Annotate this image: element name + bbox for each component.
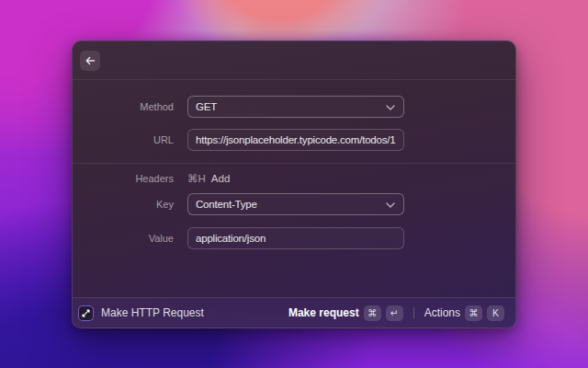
header-key-value: Content-Type bbox=[196, 199, 257, 210]
add-header-button[interactable]: ⌘H Add bbox=[187, 172, 230, 185]
actions-button[interactable]: Actions ⌘ K bbox=[423, 304, 506, 323]
http-request-app-icon bbox=[78, 305, 94, 321]
header-key-dropdown[interactable]: Content-Type bbox=[187, 193, 404, 215]
add-header-label: Add bbox=[211, 173, 230, 184]
chevron-down-icon bbox=[386, 101, 395, 112]
url-row: URL bbox=[73, 129, 515, 151]
headers-row: Headers ⌘H Add bbox=[73, 172, 515, 185]
value-label: Value bbox=[73, 233, 174, 244]
k-key-badge: K bbox=[487, 305, 504, 321]
arrow-left-icon bbox=[85, 55, 96, 66]
request-form: Method GET URL Headers ⌘H bbox=[73, 80, 515, 249]
key-label: Key bbox=[73, 199, 174, 210]
add-header-shortcut: ⌘H bbox=[187, 172, 206, 185]
header-key-row: Key Content-Type bbox=[73, 193, 515, 215]
desktop-wallpaper: Method GET URL Headers ⌘H bbox=[0, 0, 588, 368]
make-request-label: Make request bbox=[288, 306, 359, 319]
footer-divider bbox=[413, 307, 414, 318]
method-dropdown[interactable]: GET bbox=[187, 96, 404, 118]
url-label: URL bbox=[73, 134, 174, 145]
actions-label: Actions bbox=[424, 306, 460, 319]
chevron-down-icon bbox=[386, 199, 395, 210]
cmd-key-badge: ⌘ bbox=[364, 305, 381, 321]
url-input[interactable] bbox=[187, 129, 404, 151]
back-button[interactable] bbox=[80, 51, 100, 71]
action-bar-right: Make request ⌘ ↵ Actions ⌘ K bbox=[287, 304, 506, 323]
return-key-badge: ↵ bbox=[386, 305, 403, 321]
header-value-input[interactable] bbox=[187, 227, 404, 249]
section-divider bbox=[73, 163, 515, 164]
method-label: Method bbox=[73, 101, 174, 112]
header-value-row: Value bbox=[73, 227, 515, 249]
app-name: Make HTTP Request bbox=[101, 306, 204, 319]
headers-label: Headers bbox=[73, 173, 174, 184]
make-request-button[interactable]: Make request ⌘ ↵ bbox=[287, 304, 405, 323]
action-bar-left: Make HTTP Request bbox=[78, 305, 204, 321]
method-row: Method GET bbox=[73, 96, 515, 118]
cmd-key-badge: ⌘ bbox=[465, 305, 482, 321]
action-bar: Make HTTP Request Make request ⌘ ↵ Actio… bbox=[73, 297, 515, 328]
window-header bbox=[73, 41, 515, 80]
http-request-window: Method GET URL Headers ⌘H bbox=[72, 40, 516, 328]
method-value: GET bbox=[196, 101, 217, 112]
